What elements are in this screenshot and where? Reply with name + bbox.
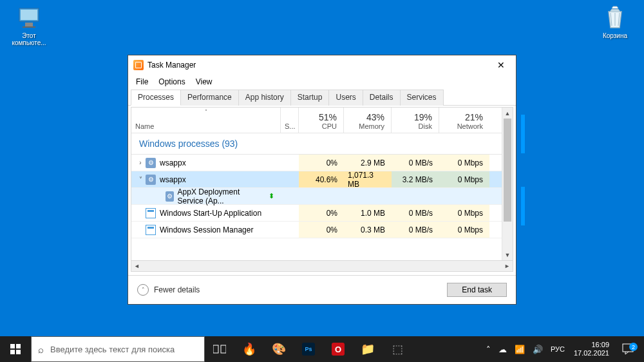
system-tray: ˄ ☁ 📶 🔊 РУС 16:09 17.02.2021 2 <box>482 336 644 362</box>
tab-users[interactable]: Users <box>328 90 363 106</box>
tab-details[interactable]: Details <box>363 90 401 106</box>
end-task-button[interactable]: End task <box>447 283 507 297</box>
scroll-right-icon[interactable]: ► <box>502 261 513 271</box>
search-input[interactable]: ⌕ Введите здесь текст для поиска <box>31 336 205 362</box>
svg-rect-7 <box>16 350 21 354</box>
tab-services[interactable]: Services <box>400 90 444 106</box>
tab-app-history[interactable]: App history <box>238 90 291 106</box>
tray-wifi-icon[interactable]: 📶 <box>511 345 529 354</box>
process-list: Windows processes (93) ›wsappx0%2.9 MB0 … <box>131 133 502 260</box>
taskmgr-icon <box>133 60 144 70</box>
titlebar[interactable]: Task Manager ✕ <box>128 55 516 75</box>
process-row[interactable]: Windows Start-Up Application0%1.0 MB0 MB… <box>131 205 502 222</box>
col-disk[interactable]: 19% Disk <box>392 108 439 133</box>
cpu-value: 40.6% <box>299 171 344 187</box>
memory-value <box>344 188 392 204</box>
col-status[interactable]: S... <box>281 108 299 133</box>
process-row[interactable]: AppX Deployment Service (Ap...⬍ <box>131 188 502 205</box>
table-header: ˅ Name S... 51% CPU 43% Memory 19% Disk <box>131 108 502 133</box>
memory-value: 1.0 MB <box>344 205 392 221</box>
taskbar-app-opera[interactable]: O <box>323 336 353 362</box>
disk-value: 0 MB/s <box>392 205 439 221</box>
process-name: wsappx <box>160 175 186 184</box>
chevron-up-icon: ˄ <box>137 284 149 296</box>
svg-rect-1 <box>21 10 37 20</box>
accent-decoration <box>521 115 525 153</box>
menu-options[interactable]: Options <box>153 76 190 88</box>
disk-value: 3.2 MB/s <box>392 171 439 187</box>
accent-decoration <box>521 187 525 225</box>
menu-view[interactable]: View <box>191 76 218 88</box>
process-row[interactable]: ˅wsappx40.6%1,071.3 MB3.2 MB/s0 Mbps <box>131 171 502 188</box>
network-value: 0 Mbps <box>439 155 489 171</box>
disk-value: 0 MB/s <box>392 155 439 171</box>
tray-onedrive-icon[interactable]: ☁ <box>495 345 511 354</box>
cpu-value <box>299 188 344 204</box>
notifications-button[interactable]: 2 <box>614 343 641 355</box>
tab-performance[interactable]: Performance <box>180 90 239 106</box>
svg-rect-6 <box>10 350 15 354</box>
vertical-scrollbar[interactable]: ▲ ▼ <box>502 108 513 260</box>
fewer-details-button[interactable]: ˄ Fewer details <box>137 284 200 296</box>
expand-toggle[interactable]: › <box>135 159 146 166</box>
svg-rect-4 <box>10 344 15 348</box>
leaf-indicator-icon: ⬍ <box>269 192 274 200</box>
taskbar-app-explorer[interactable]: 📁 <box>353 336 383 362</box>
process-name: Windows Session Manager <box>160 225 253 234</box>
process-name: AppX Deployment Service (Ap... <box>178 187 266 205</box>
desktop-icon-this-pc[interactable]: Этот компьюте... <box>6 5 52 46</box>
scroll-left-icon[interactable]: ◄ <box>131 261 142 271</box>
cpu-value: 0% <box>299 155 344 171</box>
scroll-down-icon[interactable]: ▼ <box>502 249 513 260</box>
network-value: 0 Mbps <box>439 222 489 238</box>
scroll-thumb[interactable] <box>504 119 511 222</box>
process-name: Windows Start-Up Application <box>160 209 261 218</box>
scroll-up-icon[interactable]: ▲ <box>502 108 513 119</box>
tray-chevron-up-icon[interactable]: ˄ <box>482 345 495 354</box>
tray-volume-icon[interactable]: 🔊 <box>529 345 547 354</box>
disk-value <box>392 188 439 204</box>
taskbar-app-paint[interactable]: 🎨 <box>264 336 294 362</box>
taskbar-clock[interactable]: 16:09 17.02.2021 <box>569 341 614 357</box>
network-value: 0 Mbps <box>439 205 489 221</box>
network-value: 0 Mbps <box>439 171 489 187</box>
horizontal-scrollbar[interactable]: ◄ ► <box>131 261 513 272</box>
tab-processes[interactable]: Processes <box>131 90 181 106</box>
cpu-value: 0% <box>299 222 344 238</box>
window-footer: ˄ Fewer details End task <box>128 275 516 304</box>
col-network[interactable]: 21% Network <box>439 108 489 133</box>
menu-file[interactable]: File <box>131 76 153 88</box>
svg-rect-2 <box>25 23 33 26</box>
memory-value: 2.9 MB <box>344 155 392 171</box>
start-button[interactable] <box>0 336 31 362</box>
expand-toggle[interactable]: ˅ <box>135 176 146 183</box>
taskbar-app-flame[interactable]: 🔥 <box>234 336 264 362</box>
col-memory[interactable]: 43% Memory <box>344 108 392 133</box>
taskbar-app-generic[interactable]: ⬚ <box>383 336 412 362</box>
tray-language[interactable]: РУС <box>547 345 569 353</box>
process-icon <box>146 208 156 218</box>
process-row[interactable]: ›wsappx0%2.9 MB0 MB/s0 Mbps <box>131 155 502 171</box>
tab-startup[interactable]: Startup <box>290 90 330 106</box>
cpu-value: 0% <box>299 205 344 221</box>
process-icon <box>146 225 156 235</box>
col-name[interactable]: ˅ Name <box>131 108 281 133</box>
group-windows-processes[interactable]: Windows processes (93) <box>131 133 502 155</box>
process-row[interactable]: Windows Session Manager0%0.3 MB0 MB/s0 M… <box>131 222 502 238</box>
process-icon <box>146 158 156 168</box>
menu-bar: File Options View <box>128 75 516 89</box>
desktop-icon-label: Этот компьюте... <box>6 32 52 46</box>
task-manager-window: Task Manager ✕ File Options View Process… <box>128 55 516 305</box>
memory-value: 0.3 MB <box>344 222 392 238</box>
taskbar: ⌕ Введите здесь текст для поиска 🔥 🎨 Ps … <box>0 336 644 362</box>
col-cpu[interactable]: 51% CPU <box>299 108 344 133</box>
taskbar-app-photoshop[interactable]: Ps <box>294 336 323 362</box>
desktop-icon-recycle-bin[interactable]: Корзина <box>592 5 638 39</box>
process-name: wsappx <box>160 158 186 167</box>
task-view-button[interactable] <box>205 336 234 362</box>
close-button[interactable]: ✕ <box>486 55 516 75</box>
process-icon <box>166 191 174 202</box>
sort-indicator-icon: ˅ <box>205 109 207 115</box>
window-title: Task Manager <box>147 61 196 70</box>
memory-value: 1,071.3 MB <box>344 171 392 187</box>
